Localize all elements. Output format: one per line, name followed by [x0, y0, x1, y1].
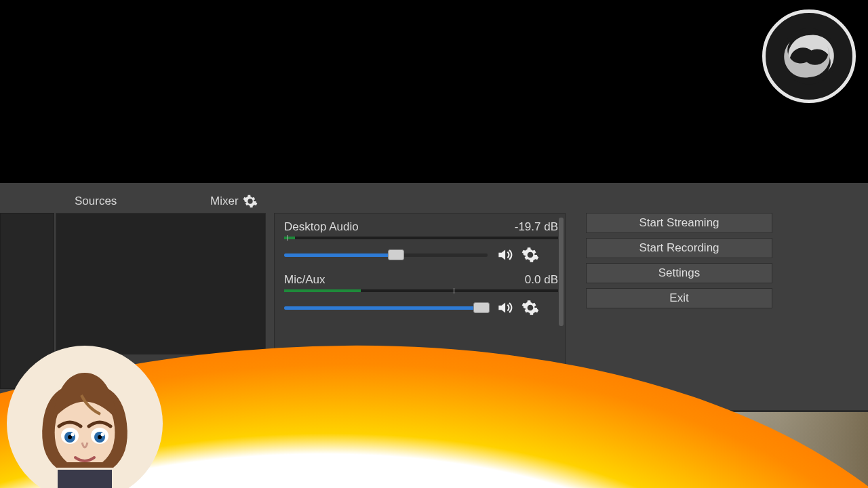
mixer-settings-gear-icon[interactable] — [243, 194, 258, 209]
sources-label: Sources — [75, 195, 117, 207]
move-source-up-icon[interactable] — [167, 362, 182, 377]
svg-point-6 — [98, 435, 102, 439]
channel-name: Desktop Audio — [284, 220, 359, 234]
preview-canvas — [0, 0, 868, 183]
exit-button[interactable]: Exit — [586, 288, 772, 308]
svg-rect-9 — [58, 470, 112, 488]
volume-slider[interactable] — [284, 251, 488, 258]
obs-logo-icon — [762, 9, 856, 103]
start-recording-button[interactable]: Start Recording — [586, 238, 772, 258]
channel-settings-gear-icon[interactable] — [521, 299, 539, 317]
dock-headers: Sources Mixer — [0, 190, 868, 213]
mixer-panel: Desktop Audio -19.7 dB — [274, 213, 566, 385]
svg-point-7 — [71, 433, 75, 436]
channel-settings-gear-icon[interactable] — [521, 246, 539, 264]
video-thumbnail-strip — [420, 410, 868, 488]
mute-speaker-icon[interactable] — [494, 246, 515, 264]
mute-speaker-icon[interactable] — [494, 299, 515, 317]
channel-meter — [284, 237, 558, 239]
channel-db: -19.7 dB — [515, 220, 558, 234]
obs-dock-area: Sources Mixer Desktop Audio — [0, 190, 868, 385]
channel-meter — [284, 289, 558, 292]
controls-panel: Start Streaming Start Recording Settings… — [586, 213, 772, 308]
mixer-header: Mixer — [203, 194, 495, 209]
mouse-cursor-icon — [425, 362, 440, 384]
move-source-down-icon[interactable] — [199, 362, 214, 377]
svg-point-8 — [101, 433, 104, 436]
svg-point-5 — [68, 435, 72, 439]
mixer-label: Mixer — [210, 195, 239, 208]
channel-name: Mic/Aux — [284, 273, 325, 287]
mixer-scrollbar[interactable] — [559, 218, 564, 326]
channel-db: 0.0 dB — [525, 273, 558, 287]
mixer-channel-desktop-audio: Desktop Audio -19.7 dB — [284, 220, 558, 264]
settings-button[interactable]: Settings — [586, 263, 772, 283]
dock-body: Desktop Audio -19.7 dB — [0, 213, 868, 385]
start-streaming-button[interactable]: Start Streaming — [586, 213, 772, 233]
volume-slider[interactable] — [284, 304, 488, 311]
mixer-channel-mic-aux: Mic/Aux 0.0 dB — [284, 273, 558, 317]
sources-header: Sources — [0, 195, 203, 208]
